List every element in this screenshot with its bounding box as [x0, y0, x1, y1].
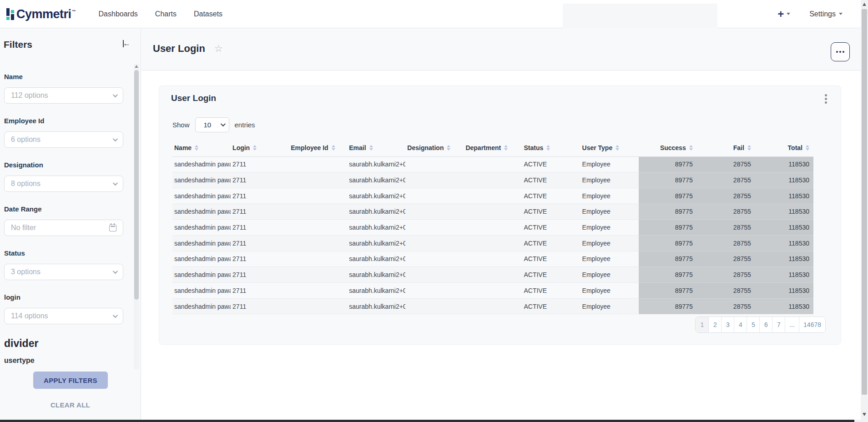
cell-name: sandeshadmin pawar — [172, 188, 231, 204]
cell-login: 2711 — [231, 204, 289, 220]
main-content: User Login ☆ User Login Show 10 entries … — [141, 28, 861, 420]
cell-total: 118530 — [755, 172, 813, 188]
cell-employee_id — [289, 156, 347, 172]
nav-item-datasets[interactable]: Datasets — [194, 10, 222, 18]
table-row: sandeshadmin pawar2711saurabh.kulkarni2+… — [172, 235, 813, 251]
cell-status: ACTIVE — [522, 267, 580, 283]
column-header-success[interactable]: Success — [639, 139, 697, 156]
page-button-1[interactable]: 1 — [696, 317, 708, 332]
filter-select[interactable]: 112 options — [4, 87, 123, 104]
cell-email: saurabh.kulkarni2+055@unotechsoft.com — [347, 251, 405, 267]
cell-employee_id — [289, 298, 347, 314]
favorite-star-icon[interactable]: ☆ — [214, 43, 223, 54]
horizontal-scrollbar[interactable] — [0, 420, 868, 422]
cell-fail: 28755 — [697, 283, 755, 299]
cell-status: ACTIVE — [522, 283, 580, 299]
column-header-employee_id[interactable]: Employee Id — [289, 139, 347, 156]
scroll-up-icon[interactable] — [863, 3, 866, 6]
sort-icon — [253, 145, 257, 151]
cell-designation — [405, 235, 464, 251]
brand-logo[interactable]: Cymmetri ™ — [6, 6, 76, 22]
filter-value: No filter — [11, 224, 109, 232]
cell-name: sandeshadmin pawar — [172, 156, 231, 172]
cell-designation — [405, 172, 464, 188]
column-header-total[interactable]: Total — [755, 139, 813, 156]
page-button-2[interactable]: 2 — [708, 317, 721, 332]
filter-value: 3 options — [11, 268, 113, 276]
chevron-down-icon — [113, 313, 118, 318]
cell-status: ACTIVE — [522, 220, 580, 236]
filters-title: Filters — [4, 39, 32, 50]
cell-email: saurabh.kulkarni2+055@unotechsoft.com — [347, 267, 405, 283]
cell-designation — [405, 251, 464, 267]
column-label: Login — [232, 144, 250, 151]
filter-select[interactable]: 6 options — [4, 131, 123, 148]
clear-all-button[interactable]: CLEAR ALL — [0, 401, 141, 409]
cell-department — [464, 220, 522, 236]
cell-employee_id — [289, 267, 347, 283]
cell-department — [464, 267, 522, 283]
sidebar-scrollbar-thumb[interactable] — [134, 70, 139, 300]
page-button-7[interactable]: 7 — [772, 317, 785, 332]
vertical-scrollbar-thumb[interactable] — [862, 9, 867, 395]
cell-designation — [405, 298, 464, 314]
cell-success: 89775 — [639, 156, 697, 172]
kebab-menu-icon[interactable] — [825, 94, 827, 104]
vertical-scrollbar[interactable] — [861, 0, 868, 420]
user-login-table: NameLoginEmployee IdEmailDesignationDepa… — [172, 139, 813, 314]
horizontal-scrollbar-thumb[interactable] — [0, 420, 854, 422]
page-button-14678[interactable]: 14678 — [799, 317, 825, 332]
cell-employee_id — [289, 188, 347, 204]
nav-item-charts[interactable]: Charts — [155, 10, 177, 18]
more-options-button[interactable] — [831, 42, 850, 61]
brand-logo-icon — [6, 8, 14, 20]
page-size-select[interactable]: 10 — [195, 117, 229, 132]
add-menu-button[interactable]: + — [777, 9, 790, 20]
filter-date-input[interactable]: No filter — [4, 220, 123, 236]
table-row: sandeshadmin pawar2711saurabh.kulkarni2+… — [172, 156, 813, 172]
scroll-up-icon[interactable] — [135, 65, 138, 68]
filter-label: Name — [4, 73, 132, 81]
nav-item-dashboards[interactable]: Dashboards — [99, 10, 138, 18]
filters-header: Filters ← — [0, 28, 141, 61]
page-button-3[interactable]: 3 — [721, 317, 734, 332]
cell-status: ACTIVE — [522, 204, 580, 220]
sidebar-scrollbar[interactable] — [134, 64, 139, 369]
cell-name: sandeshadmin pawar — [172, 267, 231, 283]
cell-email: saurabh.kulkarni2+055@unotechsoft.com — [347, 220, 405, 236]
filter-fields: Name112 optionsEmployee Id6 optionsDesig… — [0, 64, 132, 372]
collapse-sidebar-button[interactable]: ← — [123, 40, 131, 47]
scroll-down-icon[interactable] — [863, 413, 866, 416]
column-header-department[interactable]: Department — [464, 139, 522, 156]
cell-email: saurabh.kulkarni2+055@unotechsoft.com — [347, 204, 405, 220]
column-label: Designation — [407, 144, 444, 151]
page-button-6[interactable]: 6 — [759, 317, 772, 332]
column-header-login[interactable]: Login — [231, 139, 289, 156]
column-header-name[interactable]: Name — [172, 139, 231, 156]
column-header-status[interactable]: Status — [522, 139, 580, 156]
cell-status: ACTIVE — [522, 298, 580, 314]
filter-label: Employee Id — [4, 117, 132, 125]
settings-menu-button[interactable]: Settings — [809, 10, 843, 18]
page-ellipsis[interactable]: ... — [785, 317, 799, 332]
cell-success: 89775 — [639, 172, 697, 188]
cell-total: 118530 — [755, 283, 813, 299]
cell-user_type: Employee — [580, 188, 639, 204]
cell-success: 89775 — [639, 235, 697, 251]
column-header-designation[interactable]: Designation — [405, 139, 464, 156]
filters-sidebar: Filters ← Name112 optionsEmployee Id6 op… — [0, 28, 141, 422]
filter-select[interactable]: 3 options — [4, 264, 123, 280]
filter-field: login114 options — [4, 293, 132, 324]
column-header-user_type[interactable]: User Type — [580, 139, 639, 156]
page-button-5[interactable]: 5 — [747, 317, 759, 332]
table-row: sandeshadmin pawar2711saurabh.kulkarni2+… — [172, 220, 813, 236]
table-row: sandeshadmin pawar2711saurabh.kulkarni2+… — [172, 204, 813, 220]
page-button-4[interactable]: 4 — [734, 317, 747, 332]
column-header-fail[interactable]: Fail — [697, 139, 755, 156]
apply-filters-button[interactable]: APPLY FILTERS — [33, 372, 108, 389]
cell-total: 118530 — [755, 298, 813, 314]
filter-select[interactable]: 8 options — [4, 176, 123, 192]
table-row: sandeshadmin pawar2711saurabh.kulkarni2+… — [172, 267, 813, 283]
filter-select[interactable]: 114 options — [4, 308, 123, 324]
column-header-email[interactable]: Email — [347, 139, 405, 156]
